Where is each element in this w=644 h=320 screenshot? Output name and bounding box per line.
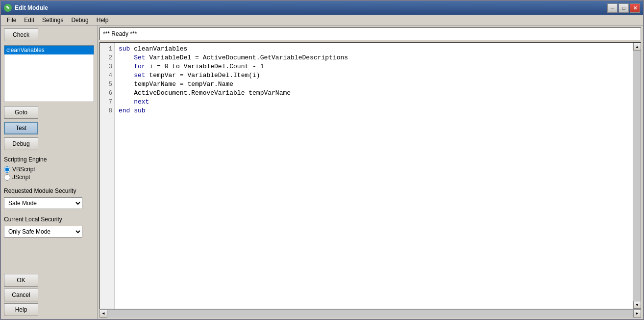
- minimize-button[interactable]: ─: [607, 3, 618, 13]
- subroutine-list[interactable]: cleanVariables: [4, 45, 94, 102]
- subroutine-item-cleanvariables[interactable]: cleanVariables: [4, 46, 94, 54]
- scroll-down-button[interactable]: ▼: [633, 301, 641, 309]
- check-button[interactable]: Check: [4, 28, 38, 41]
- code-editor[interactable]: 1 2 3 4 5 6 7 8 sub cleanVariables Set V…: [99, 42, 641, 309]
- scripting-engine-group: VBScript JScript: [4, 166, 94, 181]
- line-num-2: 2: [100, 53, 114, 62]
- scripting-engine-label: Scripting Engine: [4, 156, 94, 163]
- security-label: Requested Module Security: [4, 187, 94, 194]
- horizontal-scrollbar[interactable]: ◄ ►: [99, 309, 641, 317]
- radio-vbscript[interactable]: VBScript: [4, 166, 94, 173]
- scroll-up-button[interactable]: ▲: [633, 43, 641, 51]
- menu-edit[interactable]: Edit: [20, 16, 38, 25]
- menu-file[interactable]: File: [3, 16, 20, 25]
- debug-button[interactable]: Debug: [4, 137, 38, 150]
- menu-help[interactable]: Help: [93, 16, 113, 25]
- line-num-6: 6: [100, 89, 114, 98]
- security-dropdown-container: Safe Mode Full Access Disabled: [4, 197, 94, 209]
- vertical-scrollbar[interactable]: ▲ ▼: [633, 43, 641, 309]
- bottom-buttons: OK Cancel Help: [4, 274, 94, 316]
- line-num-5: 5: [100, 80, 114, 89]
- line-num-3: 3: [100, 62, 114, 71]
- main-window: ✎ Edit Module ─ □ ✕ File Edit Settings D…: [0, 0, 644, 320]
- status-text: *** Ready ***: [103, 30, 137, 37]
- scroll-track-v[interactable]: [633, 51, 641, 301]
- menu-settings[interactable]: Settings: [38, 16, 67, 25]
- main-content: Check cleanVariables Goto Test Debug Scr…: [1, 26, 643, 319]
- title-controls: ─ □ ✕: [607, 3, 640, 13]
- left-panel: Check cleanVariables Goto Test Debug Scr…: [1, 26, 98, 319]
- status-bar: *** Ready ***: [99, 27, 641, 40]
- window-title: Edit Module: [15, 4, 607, 11]
- security-dropdown[interactable]: Safe Mode Full Access Disabled: [4, 197, 82, 209]
- radio-jscript-label: JScript: [12, 174, 30, 181]
- maximize-button[interactable]: □: [619, 3, 629, 13]
- line-num-7: 7: [100, 98, 114, 107]
- goto-button[interactable]: Goto: [4, 106, 38, 119]
- close-button[interactable]: ✕: [630, 3, 640, 13]
- radio-vbscript-label: VBScript: [12, 166, 35, 173]
- line-num-8: 8: [100, 107, 114, 115]
- window-icon: ✎: [4, 4, 12, 12]
- radio-jscript[interactable]: JScript: [4, 174, 94, 181]
- help-button[interactable]: Help: [4, 303, 38, 316]
- radio-vbscript-input[interactable]: [4, 166, 10, 173]
- line-numbers: 1 2 3 4 5 6 7 8: [100, 43, 115, 309]
- scroll-track-h[interactable]: [107, 310, 633, 318]
- code-area[interactable]: sub cleanVariables Set VariableDel = Act…: [115, 43, 633, 309]
- cancel-button[interactable]: Cancel: [4, 289, 38, 301]
- local-security-dropdown-container: Only Safe Mode Safe Mode Full Access: [4, 226, 94, 238]
- menu-bar: File Edit Settings Debug Help: [1, 15, 643, 26]
- line-num-4: 4: [100, 71, 114, 80]
- local-security-dropdown[interactable]: Only Safe Mode Safe Mode Full Access: [4, 226, 82, 238]
- right-panel: *** Ready *** 1 2 3 4 5 6 7 8 sub cleanV…: [98, 26, 643, 319]
- radio-jscript-input[interactable]: [4, 174, 10, 181]
- title-bar: ✎ Edit Module ─ □ ✕: [1, 1, 643, 15]
- line-num-1: 1: [100, 45, 114, 53]
- ok-button[interactable]: OK: [4, 274, 38, 287]
- menu-debug[interactable]: Debug: [67, 16, 92, 25]
- scroll-left-button[interactable]: ◄: [99, 310, 107, 318]
- local-security-label: Current Local Security: [4, 216, 94, 223]
- test-button[interactable]: Test: [4, 122, 38, 134]
- scroll-right-button[interactable]: ►: [633, 310, 641, 318]
